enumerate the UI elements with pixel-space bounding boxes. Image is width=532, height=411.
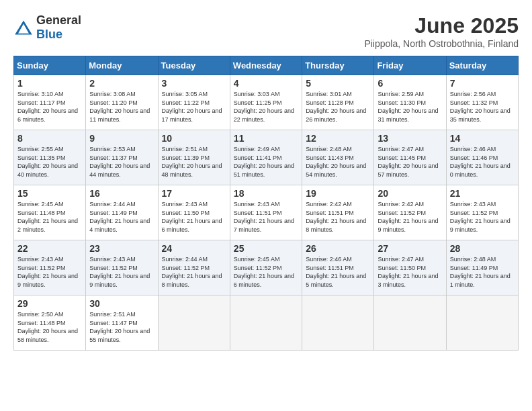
calendar-cell: 28Sunrise: 2:48 AMSunset: 11:49 PMDaylig… xyxy=(446,240,518,295)
calendar-cell: 27Sunrise: 2:47 AMSunset: 11:50 PMDaylig… xyxy=(374,240,446,295)
day-number: 6 xyxy=(378,78,442,89)
logo-general: General xyxy=(36,13,81,27)
day-info: Sunrise: 3:03 AMSunset: 11:25 PMDaylight… xyxy=(234,90,298,124)
day-info: Sunrise: 2:46 AMSunset: 11:46 PMDaylight… xyxy=(450,145,515,179)
day-number: 19 xyxy=(306,188,370,199)
calendar-cell: 1Sunrise: 3:10 AMSunset: 11:17 PMDayligh… xyxy=(14,75,86,130)
day-number: 17 xyxy=(162,188,226,199)
day-info: Sunrise: 2:49 AMSunset: 11:41 PMDaylight… xyxy=(234,145,298,179)
day-number: 26 xyxy=(306,243,370,254)
day-number: 4 xyxy=(234,78,298,89)
calendar-table: SundayMondayTuesdayWednesdayThursdayFrid… xyxy=(13,56,519,351)
day-info: Sunrise: 2:46 AMSunset: 11:51 PMDaylight… xyxy=(306,255,370,289)
day-number: 3 xyxy=(162,78,226,89)
logo-blue: Blue xyxy=(36,28,62,41)
calendar-cell xyxy=(446,295,518,351)
day-info: Sunrise: 3:01 AMSunset: 11:28 PMDaylight… xyxy=(306,90,370,124)
day-info: Sunrise: 2:48 AMSunset: 11:43 PMDaylight… xyxy=(306,145,370,179)
day-number: 20 xyxy=(378,188,442,199)
calendar-cell: 10Sunrise: 2:51 AMSunset: 11:39 PMDaylig… xyxy=(158,130,230,185)
logo: General Blue xyxy=(13,13,81,42)
calendar-cell: 22Sunrise: 2:43 AMSunset: 11:52 PMDaylig… xyxy=(14,240,86,295)
calendar-week-1: 1Sunrise: 3:10 AMSunset: 11:17 PMDayligh… xyxy=(14,75,519,130)
header-day-friday: Friday xyxy=(374,56,446,75)
day-info: Sunrise: 2:45 AMSunset: 11:48 PMDaylight… xyxy=(17,200,82,234)
day-number: 2 xyxy=(89,78,154,89)
day-info: Sunrise: 3:05 AMSunset: 11:22 PMDaylight… xyxy=(162,90,226,124)
day-number: 9 xyxy=(89,133,154,144)
day-info: Sunrise: 2:45 AMSunset: 11:52 PMDaylight… xyxy=(234,255,298,289)
day-number: 15 xyxy=(17,188,82,199)
day-info: Sunrise: 2:43 AMSunset: 11:52 PMDaylight… xyxy=(89,255,154,289)
calendar-header-row: SundayMondayTuesdayWednesdayThursdayFrid… xyxy=(14,56,519,75)
calendar-cell: 30Sunrise: 2:51 AMSunset: 11:47 PMDaylig… xyxy=(86,295,158,351)
day-info: Sunrise: 2:43 AMSunset: 11:52 PMDaylight… xyxy=(17,255,82,289)
calendar-cell: 11Sunrise: 2:49 AMSunset: 11:41 PMDaylig… xyxy=(230,130,302,185)
calendar-week-4: 22Sunrise: 2:43 AMSunset: 11:52 PMDaylig… xyxy=(14,240,519,295)
day-number: 18 xyxy=(234,188,298,199)
day-info: Sunrise: 2:55 AMSunset: 11:35 PMDaylight… xyxy=(17,145,82,179)
calendar-week-2: 8Sunrise: 2:55 AMSunset: 11:35 PMDayligh… xyxy=(14,130,519,185)
day-info: Sunrise: 3:08 AMSunset: 11:20 PMDaylight… xyxy=(89,90,154,124)
day-info: Sunrise: 3:10 AMSunset: 11:17 PMDaylight… xyxy=(17,90,82,124)
calendar-cell xyxy=(374,295,446,351)
day-info: Sunrise: 2:47 AMSunset: 11:50 PMDaylight… xyxy=(378,255,442,289)
day-number: 14 xyxy=(450,133,515,144)
calendar-cell: 15Sunrise: 2:45 AMSunset: 11:48 PMDaylig… xyxy=(14,185,86,240)
location-title: Piippola, North Ostrobothnia, Finland xyxy=(364,38,519,49)
calendar-cell: 5Sunrise: 3:01 AMSunset: 11:28 PMDayligh… xyxy=(302,75,374,130)
calendar-cell: 6Sunrise: 2:59 AMSunset: 11:30 PMDayligh… xyxy=(374,75,446,130)
calendar-cell xyxy=(230,295,302,351)
header-day-saturday: Saturday xyxy=(446,56,518,75)
day-info: Sunrise: 2:56 AMSunset: 11:32 PMDaylight… xyxy=(450,90,515,124)
day-number: 10 xyxy=(162,133,226,144)
calendar-cell: 9Sunrise: 2:53 AMSunset: 11:37 PMDayligh… xyxy=(86,130,158,185)
calendar-cell xyxy=(158,295,230,351)
header-day-monday: Monday xyxy=(86,56,158,75)
day-info: Sunrise: 2:43 AMSunset: 11:50 PMDaylight… xyxy=(162,200,226,234)
calendar-cell: 16Sunrise: 2:44 AMSunset: 11:49 PMDaylig… xyxy=(86,185,158,240)
calendar-cell: 25Sunrise: 2:45 AMSunset: 11:52 PMDaylig… xyxy=(230,240,302,295)
day-number: 7 xyxy=(450,78,515,89)
calendar-cell: 29Sunrise: 2:50 AMSunset: 11:48 PMDaylig… xyxy=(14,295,86,351)
day-number: 29 xyxy=(17,298,82,309)
day-info: Sunrise: 2:50 AMSunset: 11:48 PMDaylight… xyxy=(17,310,82,344)
calendar-cell: 17Sunrise: 2:43 AMSunset: 11:50 PMDaylig… xyxy=(158,185,230,240)
month-title: June 2025 xyxy=(364,13,519,38)
day-number: 12 xyxy=(306,133,370,144)
title-area: June 2025 Piippola, North Ostrobothnia, … xyxy=(364,13,519,49)
calendar-cell: 8Sunrise: 2:55 AMSunset: 11:35 PMDayligh… xyxy=(14,130,86,185)
day-number: 25 xyxy=(234,243,298,254)
day-info: Sunrise: 2:44 AMSunset: 11:49 PMDaylight… xyxy=(89,200,154,234)
calendar-cell: 2Sunrise: 3:08 AMSunset: 11:20 PMDayligh… xyxy=(86,75,158,130)
day-info: Sunrise: 2:43 AMSunset: 11:51 PMDaylight… xyxy=(234,200,298,234)
logo-icon xyxy=(13,19,34,36)
day-number: 24 xyxy=(162,243,226,254)
header-day-sunday: Sunday xyxy=(14,56,86,75)
calendar-cell: 19Sunrise: 2:42 AMSunset: 11:51 PMDaylig… xyxy=(302,185,374,240)
logo-text: General Blue xyxy=(36,13,81,42)
calendar-cell: 4Sunrise: 3:03 AMSunset: 11:25 PMDayligh… xyxy=(230,75,302,130)
day-info: Sunrise: 2:51 AMSunset: 11:39 PMDaylight… xyxy=(162,145,226,179)
day-info: Sunrise: 2:43 AMSunset: 11:52 PMDaylight… xyxy=(450,200,515,234)
calendar-cell: 12Sunrise: 2:48 AMSunset: 11:43 PMDaylig… xyxy=(302,130,374,185)
calendar-cell: 26Sunrise: 2:46 AMSunset: 11:51 PMDaylig… xyxy=(302,240,374,295)
day-number: 11 xyxy=(234,133,298,144)
day-info: Sunrise: 2:53 AMSunset: 11:37 PMDaylight… xyxy=(89,145,154,179)
header-day-tuesday: Tuesday xyxy=(158,56,230,75)
day-number: 23 xyxy=(89,243,154,254)
calendar-cell: 20Sunrise: 2:42 AMSunset: 11:52 PMDaylig… xyxy=(374,185,446,240)
day-number: 30 xyxy=(89,298,154,309)
day-number: 1 xyxy=(17,78,82,89)
day-number: 28 xyxy=(450,243,515,254)
day-info: Sunrise: 2:42 AMSunset: 11:51 PMDaylight… xyxy=(306,200,370,234)
calendar-week-5: 29Sunrise: 2:50 AMSunset: 11:48 PMDaylig… xyxy=(14,295,519,351)
calendar-cell: 14Sunrise: 2:46 AMSunset: 11:46 PMDaylig… xyxy=(446,130,518,185)
day-info: Sunrise: 2:59 AMSunset: 11:30 PMDaylight… xyxy=(378,90,442,124)
calendar-cell: 23Sunrise: 2:43 AMSunset: 11:52 PMDaylig… xyxy=(86,240,158,295)
calendar-cell xyxy=(302,295,374,351)
calendar-cell: 21Sunrise: 2:43 AMSunset: 11:52 PMDaylig… xyxy=(446,185,518,240)
calendar-cell: 7Sunrise: 2:56 AMSunset: 11:32 PMDayligh… xyxy=(446,75,518,130)
day-info: Sunrise: 2:47 AMSunset: 11:45 PMDaylight… xyxy=(378,145,442,179)
day-number: 16 xyxy=(89,188,154,199)
